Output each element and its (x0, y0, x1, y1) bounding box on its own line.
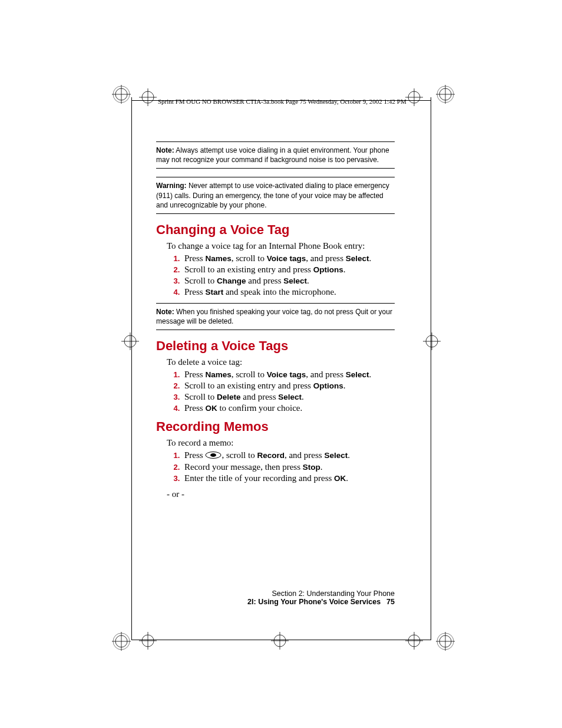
page-footer: Section 2: Understanding Your Phone 2I: … (156, 589, 395, 606)
step-item: Press , scroll to Record, and press Sele… (182, 450, 395, 461)
warning-box: Warning: Never attempt to use voice-acti… (156, 177, 395, 214)
crop-line (131, 97, 132, 640)
menu-key-icon (205, 451, 222, 461)
crop-mark-icon (121, 332, 139, 350)
crop-mark-icon (110, 83, 133, 106)
note-text: Always attempt use voice dialing in a qu… (156, 146, 389, 164)
crop-mark-icon (110, 630, 133, 653)
page-number: 75 (386, 598, 395, 606)
crop-mark-icon (271, 632, 289, 650)
steps-list: Press , scroll to Record, and press Sele… (167, 450, 395, 483)
footer-subsection-title: 2I: Using Your Phone's Voice Services75 (156, 598, 395, 606)
step-item: Scroll to an existing entry and press Op… (182, 265, 395, 275)
crop-mark-icon (434, 83, 457, 106)
crop-mark-icon (405, 88, 423, 106)
crop-mark-icon (139, 88, 157, 106)
note-box: Note: Always attempt use voice dialing i… (156, 141, 395, 169)
note-box: Note: When you finished speaking your vo… (156, 303, 395, 330)
footer-section-title: Section 2: Understanding Your Phone (156, 589, 395, 598)
svg-point-38 (210, 453, 216, 457)
step-item: Scroll to an existing entry and press Op… (182, 381, 395, 391)
intro-text: To change a voice tag for an Internal Ph… (167, 241, 395, 251)
intro-text: To record a memo: (167, 438, 395, 448)
note-label: Note: (156, 308, 174, 316)
crop-mark-icon (139, 632, 157, 650)
heading-deleting-voice-tags: Deleting a Voice Tags (156, 338, 395, 354)
step-item: Scroll to Change and press Select. (182, 276, 395, 286)
crop-mark-icon (405, 632, 423, 650)
warning-label: Warning: (156, 182, 187, 190)
steps-list: Press Names, scroll to Voice tags, and p… (167, 253, 395, 297)
or-separator: - or - (167, 489, 395, 499)
note-text: When you finished speaking your voice ta… (156, 308, 392, 325)
crop-mark-icon (434, 630, 457, 653)
step-item: Press Names, scroll to Voice tags, and p… (182, 370, 395, 380)
step-item: Press Start and speak into the microphon… (182, 287, 395, 297)
heading-changing-voice-tag: Changing a Voice Tag (156, 222, 395, 238)
warning-text: Never attempt to use voice-activated dia… (156, 182, 389, 209)
note-label: Note: (156, 146, 174, 154)
intro-text: To delete a voice tag: (167, 357, 395, 367)
step-item: Scroll to Delete and press Select. (182, 392, 395, 402)
heading-recording-memos: Recording Memos (156, 419, 395, 434)
step-item: Press OK to confirm your choice. (182, 403, 395, 413)
crop-line (131, 640, 431, 640)
crop-line (431, 97, 431, 640)
step-item: Press Names, scroll to Voice tags, and p… (182, 253, 395, 263)
crop-mark-icon (423, 332, 441, 350)
steps-list: Press Names, scroll to Voice tags, and p… (167, 370, 395, 413)
step-item: Enter the title of your recording and pr… (182, 473, 395, 483)
page-header-text: Sprint FM OUG NO BROWSER CTIA-3a.book Pa… (158, 98, 406, 105)
step-item: Record your message, then press Stop. (182, 462, 395, 472)
